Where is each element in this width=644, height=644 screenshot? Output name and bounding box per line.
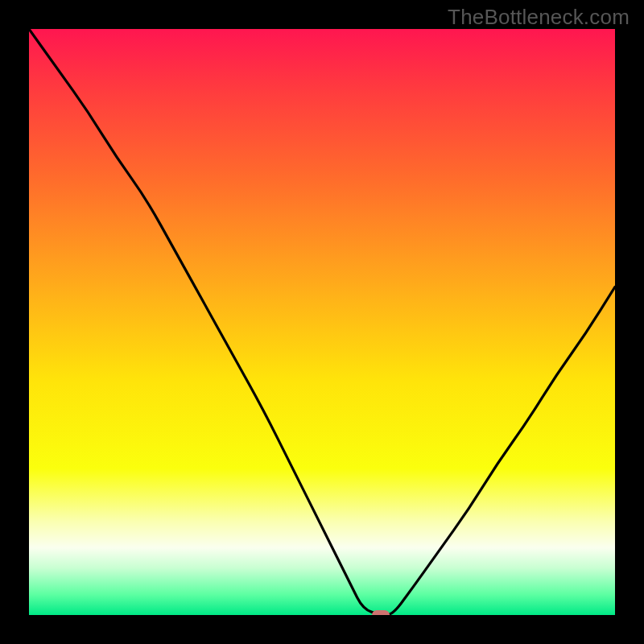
optimum-marker xyxy=(372,610,390,615)
bottleneck-curve xyxy=(29,29,615,615)
watermark-text: TheBottleneck.com xyxy=(448,5,630,30)
plot-area xyxy=(29,29,615,615)
chart-frame: TheBottleneck.com xyxy=(0,0,644,644)
